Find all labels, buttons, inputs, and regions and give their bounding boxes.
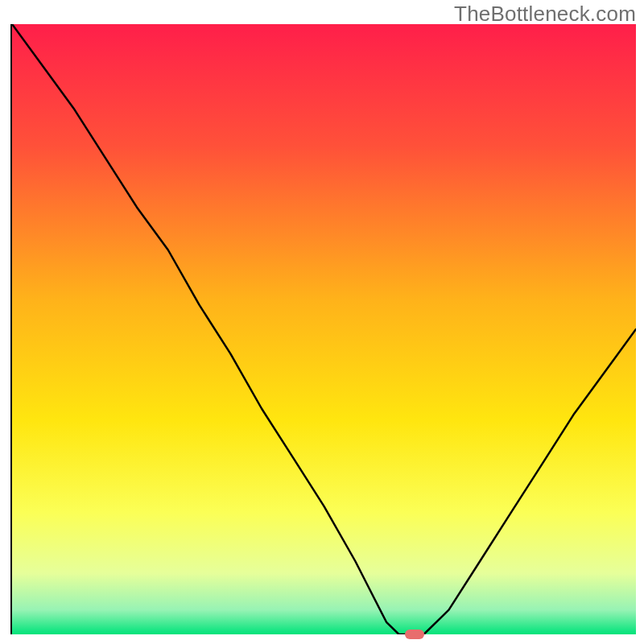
watermark-text: TheBottleneck.com	[454, 2, 636, 27]
optimum-marker	[405, 630, 424, 639]
curve-line	[12, 24, 636, 634]
plot-area	[10, 24, 634, 634]
chart-frame: TheBottleneck.com	[0, 0, 644, 644]
